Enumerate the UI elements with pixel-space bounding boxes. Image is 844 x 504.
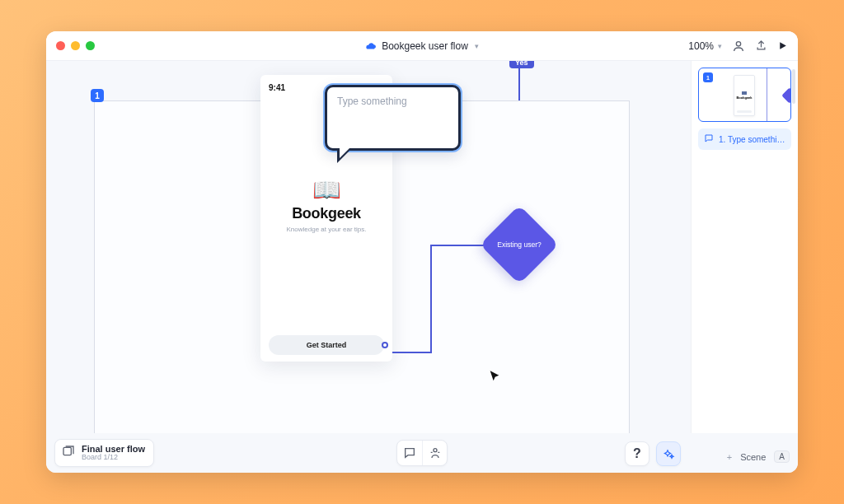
mockup-cta-button[interactable]: Get Started bbox=[269, 335, 384, 355]
titlebar-right: 100% ▾ bbox=[688, 40, 788, 53]
share-icon[interactable] bbox=[755, 40, 767, 52]
comment-icon bbox=[704, 133, 714, 145]
boards-icon bbox=[62, 445, 75, 461]
chevron-down-icon: ▾ bbox=[718, 42, 722, 50]
titlebar: Bookgeek user flow ▾ 100% ▾ bbox=[46, 31, 798, 61]
flow-connector bbox=[392, 352, 432, 353]
account-icon[interactable] bbox=[732, 40, 745, 53]
thumbnail-decision-node bbox=[781, 87, 791, 104]
main-area: Yes 1 9:41 📖 Bookgeek Knowledge at your … bbox=[46, 61, 798, 433]
window-traffic-lights bbox=[56, 41, 95, 50]
comment-bubble[interactable]: Type something bbox=[325, 85, 461, 151]
add-scene-button[interactable]: + Scene A bbox=[727, 450, 790, 463]
flow-label-yes[interactable]: Yes bbox=[509, 61, 534, 68]
bottom-right-tools: ? bbox=[625, 441, 681, 466]
scene-number-badge[interactable]: 1 bbox=[91, 89, 104, 102]
sidebar-scrollbar[interactable] bbox=[792, 69, 795, 104]
book-icon: 📖 bbox=[312, 179, 341, 202]
chevron-down-icon: ▾ bbox=[475, 42, 479, 50]
book-icon bbox=[742, 91, 747, 95]
board-switcher[interactable]: Final user flow Board 1/12 bbox=[54, 439, 154, 467]
document-title-text: Bookgeek user flow bbox=[382, 40, 468, 52]
cloud-icon bbox=[365, 40, 377, 52]
mockup-title: Bookgeek bbox=[292, 205, 361, 222]
keyboard-shortcut: A bbox=[774, 450, 790, 463]
zoom-control[interactable]: 100% ▾ bbox=[688, 40, 722, 52]
sidebar-comment-item[interactable]: 1. Type something… bbox=[698, 128, 791, 150]
window-minimize-icon[interactable] bbox=[71, 41, 80, 50]
board-counter: Board 1/12 bbox=[82, 454, 145, 462]
decision-node[interactable]: Existing user? bbox=[491, 217, 547, 273]
bottombar: Final user flow Board 1/12 ? + Scene A bbox=[46, 433, 798, 473]
window-close-icon[interactable] bbox=[56, 41, 65, 50]
svg-point-2 bbox=[434, 449, 437, 452]
document-title[interactable]: Bookgeek user flow ▾ bbox=[365, 40, 479, 52]
mockup-subtitle: Knowledge at your ear tips. bbox=[287, 226, 367, 233]
sidebar-comment-text: 1. Type something… bbox=[719, 135, 785, 144]
help-label: ? bbox=[633, 446, 641, 461]
thumbnail-mockup: Bookgeek bbox=[734, 75, 755, 116]
flow-output-port[interactable] bbox=[382, 342, 388, 348]
comment-placeholder: Type something bbox=[337, 96, 448, 107]
app-window: Bookgeek user flow ▾ 100% ▾ Yes bbox=[46, 31, 798, 473]
add-scene-label: Scene bbox=[740, 452, 766, 462]
bubble-tail-icon bbox=[337, 148, 352, 163]
plus-icon: + bbox=[727, 452, 732, 462]
svg-point-0 bbox=[736, 41, 740, 45]
window-zoom-icon[interactable] bbox=[86, 41, 95, 50]
right-sidebar: 1 Bookgeek 1. Type something… bbox=[691, 61, 798, 433]
scene-number-badge: 1 bbox=[703, 72, 713, 82]
scene-thumbnail[interactable]: 1 Bookgeek bbox=[698, 68, 791, 122]
flow-connector bbox=[430, 245, 432, 352]
thumbnail-button bbox=[737, 110, 752, 113]
board-info: Final user flow Board 1/12 bbox=[82, 444, 145, 462]
svg-rect-1 bbox=[63, 447, 71, 455]
flow-connector bbox=[767, 68, 767, 121]
play-icon[interactable] bbox=[777, 40, 788, 51]
zoom-value: 100% bbox=[688, 40, 714, 52]
decision-node-label: Existing user? bbox=[491, 217, 547, 273]
bottom-toolbar bbox=[396, 440, 448, 466]
thumbnail-title: Bookgeek bbox=[736, 96, 752, 100]
mockup-cta-label: Get Started bbox=[307, 341, 347, 349]
help-button[interactable]: ? bbox=[625, 441, 649, 466]
ai-tool-button[interactable] bbox=[656, 441, 681, 466]
comment-tool-button[interactable] bbox=[397, 441, 422, 465]
canvas[interactable]: Yes 1 9:41 📖 Bookgeek Knowledge at your … bbox=[46, 61, 691, 433]
cursor-icon bbox=[488, 370, 501, 386]
presenter-tool-button[interactable] bbox=[422, 441, 447, 465]
